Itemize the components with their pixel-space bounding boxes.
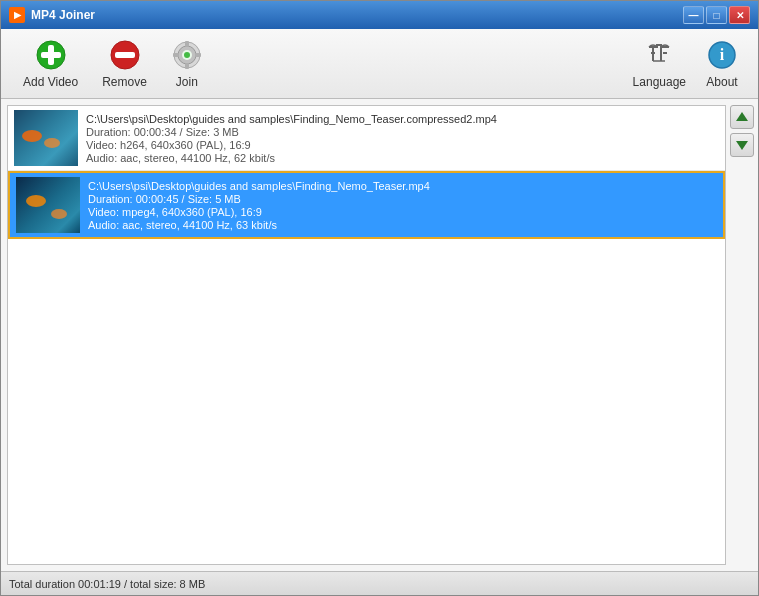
file-video-2: Video: mpeg4, 640x360 (PAL), 16:9	[88, 206, 717, 218]
svg-rect-9	[173, 53, 179, 57]
remove-icon	[109, 39, 141, 71]
arrow-up-icon	[735, 110, 749, 124]
svg-rect-2	[41, 52, 61, 58]
window-controls: — □ ✕	[683, 6, 750, 24]
svg-rect-10	[195, 53, 201, 57]
file-path-2: C:\Users\psi\Desktop\guides and samples\…	[88, 180, 717, 192]
svg-marker-17	[736, 141, 748, 150]
arrow-down-icon	[735, 138, 749, 152]
status-bar: Total duration 00:01:19 / total size: 8 …	[1, 571, 758, 595]
add-video-label: Add Video	[23, 75, 78, 89]
file-item-1[interactable]: C:\Users\psi\Desktop\guides and samples\…	[8, 106, 725, 171]
remove-label: Remove	[102, 75, 147, 89]
add-video-button[interactable]: Add Video	[11, 33, 90, 95]
title-bar: ▶ MP4 Joiner — □ ✕	[1, 1, 758, 29]
minimize-button[interactable]: —	[683, 6, 704, 24]
file-path-1: C:\Users\psi\Desktop\guides and samples\…	[86, 113, 719, 125]
app-icon: ▶	[9, 7, 25, 23]
svg-rect-8	[185, 63, 189, 69]
list-controls	[726, 99, 758, 571]
join-icon	[171, 39, 203, 71]
status-text: Total duration 00:01:19 / total size: 8 …	[9, 578, 205, 590]
maximize-button[interactable]: □	[706, 6, 727, 24]
file-audio-1: Audio: aac, stereo, 44100 Hz, 62 kbit/s	[86, 152, 719, 164]
add-video-icon	[35, 39, 67, 71]
window-title: MP4 Joiner	[31, 8, 683, 22]
about-button[interactable]: i About	[696, 33, 748, 95]
about-label: About	[706, 75, 737, 89]
language-label: Language	[633, 75, 686, 89]
svg-rect-4	[115, 52, 135, 58]
file-info-1: C:\Users\psi\Desktop\guides and samples\…	[86, 110, 719, 166]
move-up-button[interactable]	[730, 105, 754, 129]
main-window: ▶ MP4 Joiner — □ ✕ Add Video	[0, 0, 759, 596]
svg-rect-7	[185, 41, 189, 47]
language-button[interactable]: Language	[623, 33, 696, 95]
svg-marker-16	[736, 112, 748, 121]
file-info-2: C:\Users\psi\Desktop\guides and samples\…	[88, 177, 717, 233]
close-button[interactable]: ✕	[729, 6, 750, 24]
thumbnail-1	[14, 110, 78, 166]
content-area: C:\Users\psi\Desktop\guides and samples\…	[1, 99, 758, 571]
toolbar: Add Video Remove	[1, 29, 758, 99]
about-icon: i	[706, 39, 738, 71]
join-button[interactable]: Join	[159, 33, 215, 95]
file-audio-2: Audio: aac, stereo, 44100 Hz, 63 kbit/s	[88, 219, 717, 231]
svg-text:i: i	[720, 46, 725, 63]
remove-button[interactable]: Remove	[90, 33, 159, 95]
thumbnail-2	[16, 177, 80, 233]
join-label: Join	[176, 75, 198, 89]
language-icon	[643, 39, 675, 71]
file-item-2[interactable]: C:\Users\psi\Desktop\guides and samples\…	[8, 171, 725, 239]
file-duration-2: Duration: 00:00:45 / Size: 5 MB	[88, 193, 717, 205]
file-list[interactable]: C:\Users\psi\Desktop\guides and samples\…	[7, 105, 726, 565]
move-down-button[interactable]	[730, 133, 754, 157]
svg-point-12	[184, 52, 190, 58]
file-video-1: Video: h264, 640x360 (PAL), 16:9	[86, 139, 719, 151]
file-duration-1: Duration: 00:00:34 / Size: 3 MB	[86, 126, 719, 138]
